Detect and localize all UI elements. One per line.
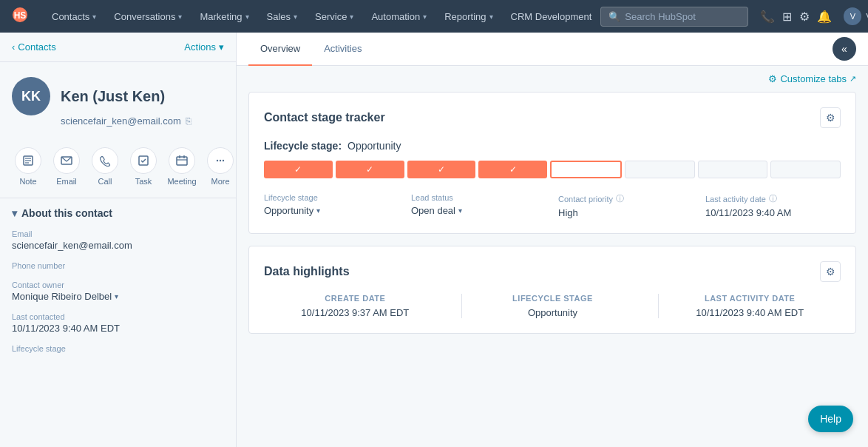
info-icon[interactable]: ⓘ (769, 193, 777, 204)
nav-marketing[interactable]: Marketing ▾ (191, 0, 257, 33)
nav-sales[interactable]: Sales ▾ (258, 0, 307, 33)
nav-crm-development[interactable]: CRM Development (502, 0, 601, 33)
highlight-create-date-label: CREATE DATE (264, 294, 447, 303)
user-menu[interactable]: V Viewrail ▾ (844, 7, 868, 25)
chevron-down-icon: ▾ (316, 206, 320, 215)
more-icon (207, 147, 234, 174)
gear-icon: ⚙ (768, 73, 777, 84)
nav-icons: 📞 ⊞ ⚙ 🔔 (760, 10, 832, 24)
phone-field-group: Phone number (12, 261, 224, 270)
info-icon[interactable]: ⓘ (616, 193, 624, 204)
highlight-last-activity-date: LAST ACTIVITY DATE 10/11/2023 9:40 AM ED… (658, 294, 841, 318)
main-content: Overview Activities « ⚙ Customize tabs ↗… (237, 33, 868, 447)
stage-segment-4: ✓ (478, 161, 547, 178)
last-contacted-value: 10/11/2023 9:40 AM EDT (12, 323, 224, 334)
stage-segment-6 (625, 161, 695, 178)
note-icon (15, 147, 41, 174)
highlight-lifecycle-stage-label: LIFECYCLE STAGE (462, 294, 644, 303)
svg-point-14 (223, 160, 224, 161)
actions-button[interactable]: Actions ▾ (184, 41, 224, 53)
data-highlights-grid: CREATE DATE 10/11/2023 9:37 AM EDT LIFEC… (264, 294, 841, 318)
email-label: Email (12, 229, 224, 238)
lifecycle-stage-field-value[interactable]: Opportunity ▾ (264, 205, 399, 216)
contact-name: Ken (Just Ken) (61, 88, 165, 105)
call-button[interactable]: Call (89, 147, 121, 186)
stage-segment-7 (698, 161, 768, 178)
tab-activities[interactable]: Activities (312, 33, 373, 66)
chevron-down-icon: ▾ (423, 13, 427, 21)
contact-avatar: KK (12, 77, 50, 115)
chevron-down-icon: ▾ (458, 206, 462, 215)
collapse-button[interactable]: « (833, 37, 856, 61)
more-button[interactable]: More (204, 147, 237, 186)
highlight-lifecycle-stage-value: Opportunity (462, 307, 644, 318)
lifecycle-stage-field: Lifecycle stage Opportunity ▾ (264, 193, 399, 218)
customize-tabs-link[interactable]: ⚙ Customize tabs ↗ (768, 73, 856, 84)
data-highlights-title: Data highlights (264, 265, 350, 278)
owner-value[interactable]: Monique Ribeiro Delbel ▾ (12, 291, 224, 302)
email-button[interactable]: Email (50, 147, 83, 186)
hubspot-logo: HS (12, 7, 28, 27)
chevron-down-icon: ▾ (115, 292, 118, 300)
about-header[interactable]: ▾ About this contact (12, 207, 224, 219)
nav-conversations[interactable]: Conversations ▾ (105, 0, 191, 33)
owner-field-group: Contact owner Monique Ribeiro Delbel ▾ (12, 280, 224, 302)
email-value: sciencefair_ken@email.com (12, 240, 224, 251)
external-link-icon: ↗ (850, 74, 856, 84)
svg-rect-8 (177, 157, 187, 165)
highlight-create-date-value: 10/11/2023 9:37 AM EDT (264, 307, 447, 318)
email-icon (53, 147, 80, 174)
svg-point-12 (217, 160, 218, 161)
contact-avatar-row: KK Ken (Just Ken) (12, 77, 165, 115)
task-icon (130, 147, 157, 174)
back-to-contacts-link[interactable]: ‹ Contacts (12, 41, 56, 53)
chevron-down-icon: ▾ (12, 207, 17, 219)
stage-tracker-bar: ✓ ✓ ✓ ✓ (264, 161, 841, 178)
phone-icon[interactable]: 📞 (760, 10, 775, 24)
back-arrow-icon: ‹ (12, 41, 15, 53)
contact-priority-field-label: Contact priority ⓘ (558, 193, 694, 204)
nav-automation[interactable]: Automation ▾ (362, 0, 435, 33)
collapse-icon: « (841, 43, 847, 55)
chevron-down-icon: ▾ (92, 13, 96, 21)
settings-icon[interactable]: ⚙ (799, 10, 810, 24)
card-title: Contact stage tracker (264, 111, 385, 124)
app-layout: ‹ Contacts Actions ▾ KK Ken (Just Ken) s… (0, 33, 868, 447)
lifecycle-stage-field-label: Lifecycle stage (264, 193, 399, 202)
data-highlights-settings-button[interactable]: ⚙ (820, 261, 841, 282)
lifecycle-stage-field-group: Lifecycle stage (12, 344, 224, 353)
search-input[interactable] (625, 11, 740, 22)
apps-icon[interactable]: ⊞ (782, 10, 792, 24)
tab-overview[interactable]: Overview (248, 33, 312, 66)
last-activity-date-field-value: 10/11/2023 9:40 AM (705, 207, 841, 218)
nav-reporting[interactable]: Reporting ▾ (435, 0, 501, 33)
chevron-down-icon: ▾ (178, 13, 182, 21)
card-settings-button[interactable]: ⚙ (820, 107, 841, 128)
search-icon: 🔍 (608, 11, 620, 22)
lead-status-field-value[interactable]: Open deal ▾ (411, 205, 546, 216)
nav-service[interactable]: Service ▾ (306, 0, 362, 33)
copy-icon[interactable]: ⎘ (186, 115, 191, 127)
search-box[interactable]: 🔍 (600, 7, 748, 27)
chevron-down-icon: ▾ (350, 13, 353, 21)
nav-items: Contacts ▾ Conversations ▾ Marketing ▾ S… (43, 0, 600, 33)
card-header: Contact stage tracker ⚙ (264, 107, 841, 128)
task-button[interactable]: Task (127, 147, 160, 186)
notifications-icon[interactable]: 🔔 (817, 10, 832, 24)
email-field-group: Email sciencefair_ken@email.com (12, 229, 224, 251)
top-navigation: HS Contacts ▾ Conversations ▾ Marketing … (0, 0, 868, 33)
stage-segment-1: ✓ (264, 161, 333, 178)
svg-point-13 (220, 160, 221, 161)
last-contacted-label: Last contacted (12, 312, 224, 321)
sidebar-header: ‹ Contacts Actions ▾ (0, 33, 236, 62)
meeting-button[interactable]: Meeting (166, 147, 198, 186)
nav-contacts[interactable]: Contacts ▾ (43, 0, 105, 33)
stage-segment-8 (770, 161, 841, 178)
stage-fields: Lifecycle stage Opportunity ▾ Lead statu… (264, 193, 841, 218)
call-icon (92, 147, 118, 174)
contact-profile: KK Ken (Just Ken) sciencefair_ken@email.… (0, 62, 236, 141)
check-icon: ✓ (366, 164, 373, 175)
help-button[interactable]: Help (808, 406, 853, 432)
note-button[interactable]: Note (12, 147, 44, 186)
chevron-down-icon: ▾ (294, 13, 297, 21)
